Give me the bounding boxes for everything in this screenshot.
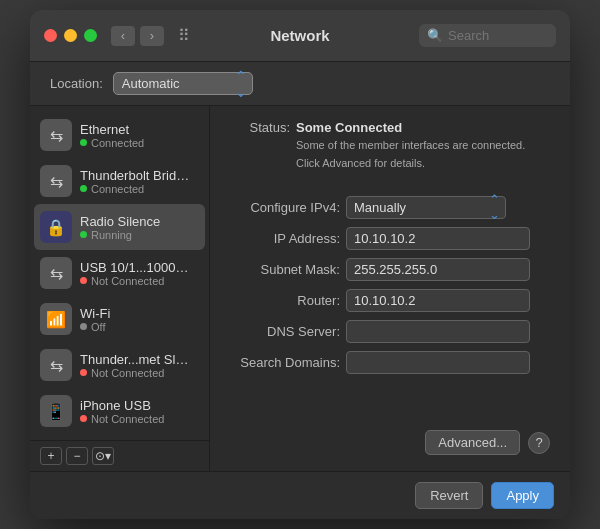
search-box[interactable]: 🔍 [419, 24, 556, 47]
thunderbolt-bridge-status: Connected [80, 183, 190, 195]
ethernet-status-dot [80, 139, 87, 146]
back-button[interactable]: ‹ [111, 26, 135, 46]
sidebar-item-usb-lan[interactable]: ⇆ USB 10/1...1000 LAN Not Connected [30, 250, 209, 296]
location-label: Location: [50, 76, 103, 91]
iphone-usb-name: iPhone USB [80, 398, 164, 413]
usb-lan-info: USB 10/1...1000 LAN Not Connected [80, 260, 190, 287]
iphone-usb-info: iPhone USB Not Connected [80, 398, 164, 425]
bottom-bar: Revert Apply [30, 471, 570, 519]
sidebar-item-thunderbolt-bridge[interactable]: ⇆ Thunderbolt Bridge Connected [30, 158, 209, 204]
location-select-wrapper[interactable]: Automatic Edit Locations… ⌃⌄ [113, 72, 253, 95]
radio-silence-icon: 🔒 [40, 211, 72, 243]
help-button[interactable]: ? [528, 432, 550, 454]
sidebar-item-thunderbolt-slot1[interactable]: ⇆ Thunder...met Slot 1 Not Connected [30, 342, 209, 388]
wifi-status: Off [80, 321, 110, 333]
ethernet-name: Ethernet [80, 122, 144, 137]
search-icon: 🔍 [427, 28, 443, 43]
sidebar-item-iphone-usb[interactable]: 📱 iPhone USB Not Connected [30, 388, 209, 434]
radio-silence-status: Running [80, 229, 160, 241]
location-bar: Location: Automatic Edit Locations… ⌃⌄ [30, 62, 570, 106]
usb-lan-icon: ⇆ [40, 257, 72, 289]
usb-lan-name: USB 10/1...1000 LAN [80, 260, 190, 275]
advanced-button[interactable]: Advanced... [425, 430, 520, 455]
ip-label: IP Address: [230, 231, 340, 246]
minimize-button[interactable] [64, 29, 77, 42]
thunderbolt-bridge-dot [80, 185, 87, 192]
add-interface-button[interactable]: + [40, 447, 62, 465]
wifi-status-text: Off [91, 321, 105, 333]
location-select[interactable]: Automatic Edit Locations… [113, 72, 253, 95]
dns-label: DNS Server: [230, 324, 340, 339]
ethernet-status: Connected [80, 137, 144, 149]
maximize-button[interactable] [84, 29, 97, 42]
subnet-row: Subnet Mask: [230, 258, 550, 281]
sidebar-item-ethernet[interactable]: ⇆ Ethernet Connected [30, 112, 209, 158]
iphone-usb-icon: 📱 [40, 395, 72, 427]
sidebar-item-wifi[interactable]: 📶 Wi-Fi Off [30, 296, 209, 342]
status-value: Some Connected [296, 120, 402, 135]
ipv4-label: Configure IPv4: [230, 200, 340, 215]
ipv4-row: Configure IPv4: Manually Using DHCP Off … [230, 196, 550, 219]
dns-row: DNS Server: [230, 320, 550, 343]
wifi-dot [80, 323, 87, 330]
titlebar: ‹ › ⠿ Network 🔍 [30, 10, 570, 62]
domains-row: Search Domains: [230, 351, 550, 374]
thunderbolt-bridge-info: Thunderbolt Bridge Connected [80, 168, 190, 195]
sidebar-item-radio-silence[interactable]: 🔒 Radio Silence Running [34, 204, 205, 250]
usb-lan-status: Not Connected [80, 275, 190, 287]
dns-input[interactable] [346, 320, 530, 343]
radio-silence-dot [80, 231, 87, 238]
thunderbolt-bridge-name: Thunderbolt Bridge [80, 168, 190, 183]
domains-label: Search Domains: [230, 355, 340, 370]
forward-button[interactable]: › [140, 26, 164, 46]
ipv4-select[interactable]: Manually Using DHCP Off [346, 196, 506, 219]
sidebar-list: ⇆ Ethernet Connected ⇆ Thunderbolt Bridg… [30, 106, 209, 440]
iphone-usb-dot [80, 415, 87, 422]
radio-silence-name: Radio Silence [80, 214, 160, 229]
thunderbolt-slot1-status: Not Connected [80, 367, 190, 379]
router-input[interactable] [346, 289, 530, 312]
status-row: Status: Some Connected [230, 120, 550, 135]
status-label: Status: [230, 120, 290, 135]
apply-button[interactable]: Apply [491, 482, 554, 509]
detail-panel: Status: Some Connected Some of the membe… [210, 106, 570, 471]
ipv4-select-wrapper[interactable]: Manually Using DHCP Off ⌃⌄ [346, 196, 506, 219]
sidebar: ⇆ Ethernet Connected ⇆ Thunderbolt Bridg… [30, 106, 210, 471]
wifi-icon: 📶 [40, 303, 72, 335]
subnet-input[interactable] [346, 258, 530, 281]
status-desc1: Some of the member interfaces are connec… [296, 138, 550, 153]
thunderbolt-slot1-icon: ⇆ [40, 349, 72, 381]
subnet-label: Subnet Mask: [230, 262, 340, 277]
iphone-usb-status: Not Connected [80, 413, 164, 425]
window-title: Network [270, 27, 329, 44]
wifi-info: Wi-Fi Off [80, 306, 110, 333]
router-row: Router: [230, 289, 550, 312]
iphone-usb-status-text: Not Connected [91, 413, 164, 425]
nav-buttons: ‹ › [111, 26, 164, 46]
thunderbolt-slot1-dot [80, 369, 87, 376]
thunderbolt-slot1-name: Thunder...met Slot 1 [80, 352, 190, 367]
sidebar-toolbar: + − ⊙▾ [30, 440, 209, 471]
action-menu-button[interactable]: ⊙▾ [92, 447, 114, 465]
thunderbolt-bridge-status-text: Connected [91, 183, 144, 195]
radio-silence-status-text: Running [91, 229, 132, 241]
revert-button[interactable]: Revert [415, 482, 483, 509]
thunderbolt-slot1-status-text: Not Connected [91, 367, 164, 379]
grid-icon: ⠿ [178, 26, 190, 45]
traffic-lights [44, 29, 97, 42]
form-section: Configure IPv4: Manually Using DHCP Off … [230, 196, 550, 382]
search-input[interactable] [448, 28, 548, 43]
wifi-name: Wi-Fi [80, 306, 110, 321]
ip-input[interactable] [346, 227, 530, 250]
status-desc2: Click Advanced for details. [296, 156, 550, 171]
domains-input[interactable] [346, 351, 530, 374]
advanced-row: Advanced... ? [230, 430, 550, 455]
radio-silence-info: Radio Silence Running [80, 214, 160, 241]
ethernet-status-text: Connected [91, 137, 144, 149]
usb-lan-dot [80, 277, 87, 284]
ip-row: IP Address: [230, 227, 550, 250]
remove-interface-button[interactable]: − [66, 447, 88, 465]
thunderbolt-slot1-info: Thunder...met Slot 1 Not Connected [80, 352, 190, 379]
main-body: ⇆ Ethernet Connected ⇆ Thunderbolt Bridg… [30, 106, 570, 471]
close-button[interactable] [44, 29, 57, 42]
